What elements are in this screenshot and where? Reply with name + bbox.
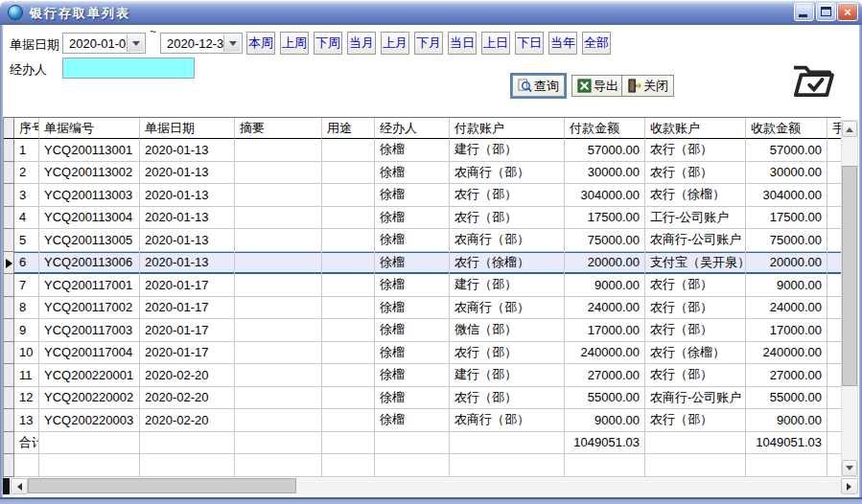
period-button[interactable]: 下周 <box>314 32 342 55</box>
table-cell[interactable]: YCQ200117002 <box>39 297 140 320</box>
table-cell[interactable]: 农商行（邵） <box>450 297 565 320</box>
table-cell[interactable]: 徐榴 <box>375 184 450 207</box>
table-cell[interactable] <box>827 297 841 320</box>
export-button[interactable]: 导出 <box>571 75 624 97</box>
table-cell[interactable]: 建行（邵） <box>450 139 565 162</box>
table-cell[interactable]: 13 <box>14 409 39 432</box>
table-cell[interactable]: 农商行（邵） <box>450 162 565 185</box>
table-cell[interactable] <box>827 207 841 230</box>
table-cell[interactable]: 农行（邵） <box>450 207 565 230</box>
row-selector[interactable] <box>4 162 14 185</box>
table-cell[interactable]: 农行（徐榴） <box>645 184 746 207</box>
period-button[interactable]: 下日 <box>515 32 544 55</box>
table-cell[interactable]: 徐榴 <box>375 387 450 410</box>
row-selector[interactable] <box>4 454 14 477</box>
column-header[interactable]: 经办人 <box>375 118 450 139</box>
table-cell[interactable]: 建行（邵） <box>450 364 565 387</box>
table-cell[interactable]: 2020-02-20 <box>140 387 235 410</box>
table-cell[interactable]: 农行（邵） <box>645 319 746 342</box>
table-cell[interactable]: YCQ200117001 <box>39 274 140 297</box>
scroll-left-button[interactable] <box>11 478 28 494</box>
table-cell[interactable]: 5 <box>14 229 39 252</box>
date-to-combo[interactable]: 2020-12-31 <box>160 33 243 54</box>
table-cell[interactable]: 6 <box>14 252 39 275</box>
table-cell[interactable]: 徐榴 <box>375 162 450 185</box>
table-cell[interactable] <box>827 184 841 207</box>
table-cell[interactable] <box>827 409 841 432</box>
table-cell[interactable]: 9 <box>14 319 39 342</box>
table-cell[interactable]: 农行（徐榴） <box>450 252 565 275</box>
table-cell[interactable]: 27000.00 <box>746 364 827 387</box>
table-cell[interactable] <box>827 252 841 275</box>
table-cell[interactable]: 10 <box>14 342 39 365</box>
table-cell[interactable]: 农商行（邵） <box>450 229 565 252</box>
row-selector[interactable] <box>4 409 14 432</box>
table-cell[interactable]: 徐榴 <box>375 229 450 252</box>
table-cell[interactable] <box>322 139 375 162</box>
table-cell[interactable]: 2020-01-13 <box>140 162 235 185</box>
table-cell[interactable] <box>827 162 841 185</box>
table-cell[interactable]: 农行（邵） <box>645 274 746 297</box>
table-cell[interactable]: 17000.00 <box>565 319 645 342</box>
table-cell[interactable] <box>827 274 841 297</box>
table-cell[interactable] <box>235 207 322 230</box>
column-header[interactable]: 付款金额 <box>565 118 645 139</box>
table-cell[interactable]: 55000.00 <box>746 387 827 410</box>
table-cell[interactable]: 农行（邵） <box>450 184 565 207</box>
table-cell[interactable]: YCQ200113005 <box>39 229 140 252</box>
table-cell[interactable] <box>235 342 322 365</box>
table-cell[interactable] <box>827 387 841 410</box>
table-cell[interactable]: 2020-01-13 <box>140 229 235 252</box>
column-header[interactable]: 收款金额 <box>746 118 827 139</box>
table-cell[interactable]: 2020-01-13 <box>140 139 235 162</box>
row-selector[interactable] <box>4 432 14 455</box>
table-cell[interactable]: 徐榴 <box>375 297 450 320</box>
row-selector[interactable] <box>4 387 14 410</box>
table-cell[interactable]: 2 <box>14 162 39 185</box>
table-cell[interactable]: 9000.00 <box>746 274 827 297</box>
table-cell[interactable]: 20000.00 <box>565 252 645 275</box>
period-button[interactable]: 本周 <box>246 32 275 55</box>
table-cell[interactable]: 农商行-公司账户 <box>645 387 746 410</box>
table-cell[interactable]: 55000.00 <box>565 387 645 410</box>
table-cell[interactable]: 9000.00 <box>746 409 827 432</box>
table-cell[interactable] <box>235 162 322 185</box>
table-cell[interactable] <box>827 139 841 162</box>
column-header[interactable]: 摘要 <box>235 118 322 139</box>
table-cell[interactable]: 9000.00 <box>565 409 645 432</box>
chevron-down-icon[interactable] <box>223 34 241 52</box>
table-cell[interactable] <box>235 252 322 275</box>
table-cell[interactable]: 农行（邵） <box>645 297 746 320</box>
table-cell[interactable]: 徐榴 <box>375 274 450 297</box>
chevron-down-icon[interactable] <box>127 34 144 52</box>
period-button[interactable]: 上周 <box>280 32 309 55</box>
table-cell[interactable]: 农行（邵） <box>645 162 746 185</box>
table-cell[interactable] <box>827 364 841 387</box>
table-cell[interactable]: 75000.00 <box>746 229 827 252</box>
table-cell[interactable]: YCQ200113004 <box>39 207 140 230</box>
table-cell[interactable]: 工行-公司账户 <box>645 207 746 230</box>
column-header[interactable]: 手续费 <box>827 118 841 139</box>
table-cell[interactable]: 27000.00 <box>565 364 645 387</box>
table-cell[interactable] <box>235 364 322 387</box>
table-cell[interactable]: YCQ200113001 <box>39 139 140 162</box>
vertical-scrollbar[interactable] <box>841 120 858 477</box>
date-from-combo[interactable]: 2020-01-01 <box>62 33 146 54</box>
table-cell[interactable] <box>235 409 322 432</box>
scroll-up-button[interactable] <box>842 121 857 137</box>
period-button[interactable]: 当年 <box>548 32 577 55</box>
table-cell[interactable]: 20000.00 <box>746 252 827 275</box>
row-selector[interactable] <box>4 364 14 387</box>
column-header[interactable]: 序号 <box>14 118 39 139</box>
table-cell[interactable]: 徐榴 <box>375 342 450 365</box>
table-cell[interactable]: 240000.00 <box>565 342 645 365</box>
row-selector[interactable] <box>4 229 14 252</box>
column-header[interactable]: 收款账户 <box>645 118 746 139</box>
table-cell[interactable] <box>322 409 375 432</box>
table-cell[interactable]: 1 <box>14 139 39 162</box>
table-cell[interactable]: 建行（邵） <box>450 274 565 297</box>
table-cell[interactable] <box>322 229 375 252</box>
table-cell[interactable]: 农行（邵） <box>645 364 746 387</box>
column-header[interactable]: 付款账户 <box>450 118 565 139</box>
table-cell[interactable] <box>322 297 375 320</box>
